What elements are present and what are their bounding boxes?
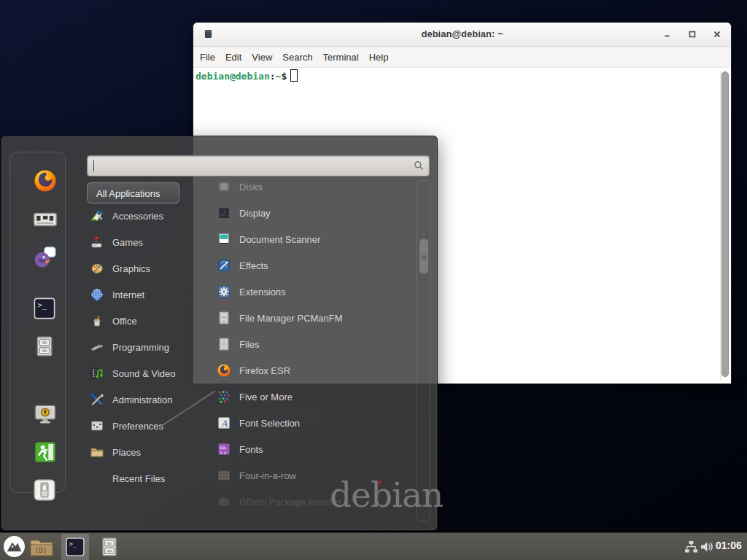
files-icon[interactable]	[98, 536, 120, 558]
app-document-scanner[interactable]: Document Scanner	[193, 226, 417, 252]
file-cabinet-icon	[217, 337, 231, 351]
menu-scrollbar-thumb[interactable]	[419, 238, 429, 274]
extensions-icon	[217, 284, 231, 299]
category-label: Games	[112, 237, 143, 248]
font-selection-icon: A	[217, 416, 231, 430]
category-recent-files[interactable]: Recent Files	[87, 465, 196, 491]
volume-icon[interactable]	[700, 540, 714, 553]
category-label: Office	[112, 316, 137, 327]
file-manager-folder-icon[interactable]: [D]	[28, 536, 55, 558]
terminal-scrollbar-thumb[interactable]	[721, 71, 729, 377]
favorites-sidebar: >_	[9, 152, 66, 493]
menu-scrollbar-track[interactable]	[417, 180, 430, 521]
app-four-in-a-row[interactable]: Four-in-a-row	[193, 462, 417, 489]
minimize-icon[interactable]	[662, 29, 673, 39]
app-label: GDebi Package Installer	[239, 497, 341, 508]
category-places[interactable]: Places	[87, 439, 196, 465]
terminal-icon[interactable]: >_	[33, 297, 58, 322]
network-icon[interactable]	[684, 540, 698, 553]
five-or-more-icon	[217, 389, 231, 404]
terminal-scrollbar[interactable]	[720, 71, 729, 381]
category-label: Internet	[112, 289, 144, 300]
menu-terminal[interactable]: Terminal	[318, 47, 364, 67]
category-preferences[interactable]: Preferences	[87, 413, 196, 439]
terminal-cursor	[290, 69, 298, 82]
category-sound-video[interactable]: Sound & Video	[87, 360, 196, 386]
category-administration[interactable]: Administration	[87, 386, 196, 413]
all-applications-button[interactable]: All Applications	[87, 182, 179, 203]
graphics-icon	[90, 261, 104, 276]
gdebi-icon	[217, 494, 231, 509]
shut-down-icon[interactable]	[33, 478, 58, 503]
application-menu: >_ All Applications Accessories Games	[1, 136, 438, 531]
display-icon	[217, 206, 231, 220]
menu-file[interactable]: File	[195, 47, 220, 67]
category-label: Accessories	[112, 211, 163, 222]
office-icon	[90, 314, 104, 328]
firefox-icon[interactable]	[33, 168, 58, 193]
app-label: File Manager PCManFM	[239, 313, 343, 324]
file-cabinet-icon[interactable]	[33, 335, 58, 359]
pidgin-icon[interactable]	[33, 244, 58, 269]
app-extensions[interactable]: Extensions	[193, 279, 417, 305]
prompt-user-host: debian@debian	[196, 71, 270, 82]
category-accessories[interactable]: Accessories	[87, 203, 196, 229]
app-label: Four-in-a-row	[239, 470, 296, 481]
category-label: Sound & Video	[112, 368, 176, 379]
svg-text:a a: a a	[220, 450, 227, 456]
svg-text:A: A	[220, 419, 228, 429]
games-icon	[90, 235, 104, 249]
category-label: Preferences	[112, 421, 163, 432]
app-files[interactable]: Files	[193, 331, 417, 357]
app-gdebi-package-installer[interactable]: GDebi Package Installer	[193, 489, 417, 515]
app-label: Font Selection	[239, 418, 300, 429]
terminal-titlebar[interactable]: debian@debian: ~	[193, 23, 731, 47]
app-label: Display	[239, 208, 271, 219]
category-games[interactable]: Games	[87, 229, 196, 255]
prompt-symbol: $	[281, 71, 287, 82]
app-disks[interactable]: Disks	[193, 174, 417, 200]
administration-icon	[90, 392, 104, 407]
app-label: Extensions	[239, 287, 286, 298]
app-label: Files	[239, 339, 259, 350]
sound-video-icon	[90, 366, 104, 381]
app-label: Effects	[239, 260, 268, 271]
category-internet[interactable]: Internet	[87, 281, 196, 308]
category-label: Places	[112, 447, 141, 458]
application-list: Disks Display Document Scanner Effects E…	[193, 174, 417, 515]
log-out-icon[interactable]	[33, 440, 58, 464]
app-file-manager-pcmanfm[interactable]: File Manager PCManFM	[193, 305, 417, 331]
app-five-or-more[interactable]: Five or More	[193, 384, 417, 410]
terminal-taskbar-button[interactable]: >_	[61, 534, 89, 560]
app-font-selection[interactable]: A Font Selection	[193, 410, 417, 436]
app-label: Disks	[239, 182, 263, 192]
category-graphics[interactable]: Graphics	[87, 255, 196, 281]
menu-view[interactable]: View	[247, 47, 277, 67]
mixer-icon[interactable]	[33, 207, 58, 232]
places-icon	[90, 445, 104, 459]
accessories-icon	[90, 209, 104, 223]
search-icon	[414, 160, 424, 171]
menu-button[interactable]	[3, 535, 26, 558]
maximize-icon[interactable]	[687, 29, 697, 39]
app-effects[interactable]: Effects	[193, 252, 417, 279]
menu-edit[interactable]: Edit	[220, 47, 247, 67]
menu-search[interactable]: Search	[277, 47, 317, 67]
category-label: Recent Files	[112, 473, 165, 484]
internet-icon	[90, 287, 104, 302]
effects-icon	[217, 258, 231, 273]
programming-icon	[90, 340, 104, 354]
clock[interactable]: 01:06	[716, 540, 742, 551]
category-list: Accessories Games Graphics Internet Offi…	[87, 203, 196, 491]
app-fonts[interactable]: aaa a Fonts	[193, 436, 417, 462]
app-firefox-esr[interactable]: Firefox ESR	[193, 357, 417, 384]
app-label: Document Scanner	[239, 234, 320, 245]
category-programming[interactable]: Programming	[87, 334, 196, 360]
svg-text:>_: >_	[37, 300, 47, 310]
category-office[interactable]: Office	[87, 308, 196, 334]
app-label: Five or More	[239, 392, 293, 402]
menu-help[interactable]: Help	[364, 47, 394, 67]
app-display[interactable]: Display	[193, 200, 417, 226]
close-icon[interactable]	[712, 29, 722, 39]
lock-screen-icon[interactable]	[33, 402, 58, 427]
